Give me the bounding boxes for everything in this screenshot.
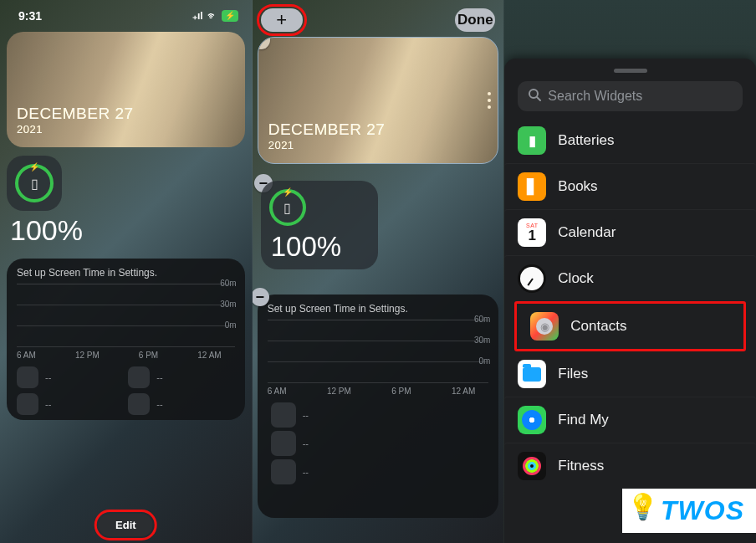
- battery-status-icon: ⚡: [222, 10, 238, 22]
- screen-time-title: Set up Screen Time in Settings.: [268, 303, 489, 315]
- status-icons: ₊ıl ᯤ ⚡: [192, 10, 238, 22]
- screen-time-title: Set up Screen Time in Settings.: [17, 267, 235, 279]
- photos-year: 2021: [17, 123, 134, 136]
- app-thumb-icon: [17, 366, 38, 388]
- ylabel-30: 30m: [220, 300, 236, 309]
- widget-row-label: Batteries: [558, 132, 614, 149]
- screen-time-xaxis: 6 AM 12 PM 6 PM 12 AM: [17, 347, 235, 360]
- list-item: --: [271, 459, 489, 484]
- screen-time-xaxis: 6 AM 12 PM 6 PM 12 AM: [268, 383, 489, 396]
- edit-button[interactable]: Edit: [99, 514, 153, 536]
- widget-row-label: Books: [558, 178, 597, 195]
- photos-widget[interactable]: DECEMBER 27 2021: [7, 32, 245, 147]
- wifi-icon: ᯤ: [207, 10, 217, 22]
- photos-widget-date: DECEMBER 27 2021: [268, 121, 386, 151]
- widget-picker-sheet: Search Widgets ▮ Batteries ▋ Books SAT 1…: [504, 59, 756, 543]
- screen-time-apps: -- -- --: [271, 402, 489, 484]
- list-item: --: [17, 393, 123, 415]
- battery-percent: 100%: [271, 231, 370, 263]
- screen-time-apps: -- -- -- --: [17, 366, 235, 415]
- files-icon: [518, 360, 546, 388]
- remove-widget-button[interactable]: −: [258, 37, 270, 49]
- status-bar: 9:31 ₊ıl ᯤ ⚡: [0, 0, 252, 25]
- app-thumb-icon: [271, 431, 296, 456]
- status-time: 9:31: [18, 9, 42, 23]
- sheet-grabber[interactable]: [614, 69, 647, 73]
- xlabel: 6 AM: [17, 351, 36, 360]
- widget-row-label: Find My: [558, 412, 608, 428]
- app-thumb-icon: [128, 393, 150, 415]
- photos-widget-date: DECEMBER 27 2021: [17, 105, 134, 136]
- xlabel: 12 PM: [75, 351, 100, 360]
- batteries-widget[interactable]: ▯ 100%: [7, 156, 83, 247]
- widget-app-list: ▮ Batteries ▋ Books SAT 1 Calendar Cloc: [504, 118, 756, 489]
- fitness-icon: [518, 452, 546, 480]
- widget-picker-panel: Search Widgets ▮ Batteries ▋ Books SAT 1…: [503, 0, 756, 543]
- search-placeholder: Search Widgets: [548, 89, 642, 104]
- clock-icon: [518, 264, 546, 293]
- screen-time-chart: 60m 30m 0m: [268, 320, 489, 383]
- widget-row-books[interactable]: ▋ Books: [504, 163, 756, 209]
- app-thumb-icon: [271, 459, 296, 484]
- svg-line-1: [537, 97, 540, 100]
- list-item: --: [128, 393, 234, 415]
- widget-row-label: Files: [558, 366, 588, 382]
- list-item: --: [17, 366, 123, 388]
- xlabel: 6 PM: [139, 351, 158, 360]
- search-widgets-field[interactable]: Search Widgets: [518, 81, 743, 111]
- app-thumb-icon: [271, 402, 296, 428]
- list-item: --: [271, 402, 489, 428]
- photos-date: DECEMBER 27: [268, 121, 386, 137]
- cell-signal-icon: ₊ıl: [192, 10, 203, 22]
- calendar-icon: SAT 1: [518, 218, 546, 247]
- ylabel-60: 60m: [220, 279, 236, 288]
- battery-ring-icon: ▯: [15, 164, 54, 202]
- today-view-edit-panel: + Done − DECEMBER 27 2021 − ▯ 100% − Set…: [252, 0, 504, 543]
- watermark-text: TWOS: [661, 495, 744, 526]
- batteries-icon: ▮: [518, 126, 546, 155]
- widget-row-batteries[interactable]: ▮ Batteries: [504, 118, 756, 163]
- contacts-icon: ◉: [530, 312, 559, 341]
- ylabel-0: 0m: [478, 356, 490, 366]
- widget-row-label: Calendar: [558, 224, 616, 241]
- widget-row-findmy[interactable]: Find My: [504, 397, 756, 443]
- photos-year: 2021: [268, 139, 386, 151]
- screen-time-widget[interactable]: Set up Screen Time in Settings. 60m 30m …: [7, 259, 245, 420]
- xlabel: 12 PM: [327, 387, 351, 396]
- widget-row-label: Clock: [558, 270, 594, 287]
- today-view-panel: 9:31 ₊ıl ᯤ ⚡ DECEMBER 27 2021 ▯ 100% Set…: [0, 0, 252, 543]
- xlabel: 12 AM: [452, 387, 475, 396]
- app-thumb-icon: [128, 366, 150, 388]
- widget-drag-handle-icon[interactable]: [488, 92, 491, 109]
- widget-row-fitness[interactable]: Fitness: [504, 443, 756, 489]
- batteries-widget[interactable]: ▯ 100%: [261, 181, 378, 269]
- xlabel: 12 AM: [197, 351, 221, 360]
- screen-time-widget[interactable]: − Set up Screen Time in Settings. 60m 30…: [258, 295, 499, 518]
- app-thumb-icon: [17, 393, 38, 415]
- photos-date: DECEMBER 27: [17, 105, 134, 121]
- add-widget-button[interactable]: +: [261, 8, 303, 32]
- widget-row-clock[interactable]: Clock: [504, 255, 756, 301]
- widget-row-label: Fitness: [558, 458, 604, 474]
- books-icon: ▋: [518, 172, 546, 201]
- search-icon: [528, 88, 541, 105]
- widget-row-calendar[interactable]: SAT 1 Calendar: [504, 209, 756, 255]
- lightbulb-icon: 💡: [627, 492, 659, 521]
- photos-widget[interactable]: − DECEMBER 27 2021: [258, 37, 499, 164]
- find-my-icon: [518, 406, 546, 434]
- widget-row-files[interactable]: Files: [504, 351, 756, 397]
- done-button[interactable]: Done: [455, 8, 495, 32]
- screen-time-chart: 60m 30m 0m: [17, 284, 235, 347]
- list-item: --: [128, 366, 234, 388]
- watermark: 💡 TWOS: [622, 489, 756, 533]
- battery-percent: 100%: [10, 214, 83, 247]
- ylabel-30: 30m: [474, 336, 490, 345]
- list-item: --: [271, 431, 489, 456]
- widget-row-contacts[interactable]: ◉ Contacts: [517, 304, 743, 349]
- battery-ring-icon: ▯: [269, 189, 306, 226]
- remove-widget-button[interactable]: −: [252, 288, 269, 306]
- xlabel: 6 AM: [268, 387, 287, 396]
- ylabel-0: 0m: [225, 320, 237, 330]
- ylabel-60: 60m: [474, 315, 490, 324]
- widget-row-label: Contacts: [570, 318, 626, 335]
